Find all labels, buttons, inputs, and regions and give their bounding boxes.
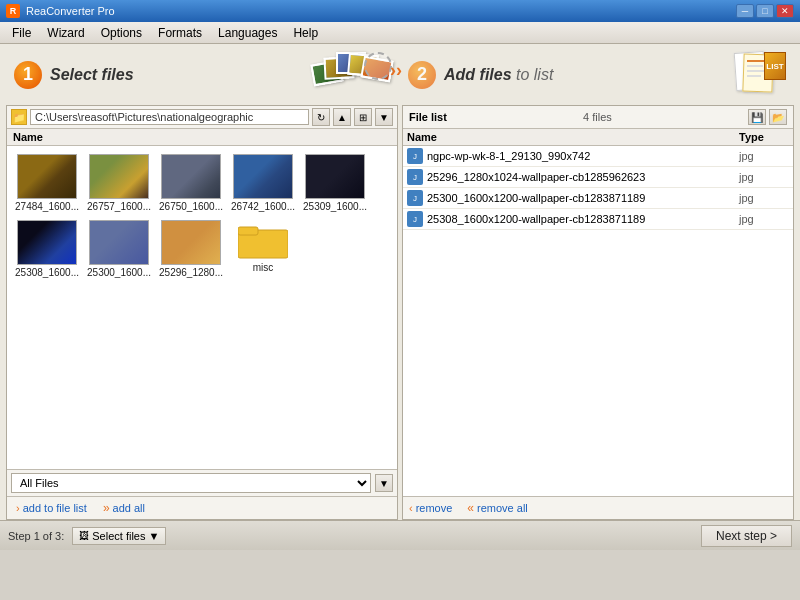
add-to-file-list-button[interactable]: › add to file list <box>13 501 90 515</box>
step2-title: Add files to list <box>444 66 553 84</box>
table-row[interactable]: J ngpc-wp-wk-8-1_29130_990x742 jpg <box>403 146 793 167</box>
right-panel-icons: 💾 📂 <box>748 109 787 125</box>
save-list-button[interactable]: 💾 <box>748 109 766 125</box>
add-chevron-icon: › <box>16 502 20 514</box>
name-col-header: Name <box>407 131 739 143</box>
file-row-type: jpg <box>739 192 789 204</box>
file-type-icon: J <box>407 211 423 227</box>
list-item[interactable]: 25309_1600... <box>301 152 369 214</box>
step-dropdown[interactable]: 🖼 Select files ▼ <box>72 527 166 545</box>
folder-svg-icon <box>238 220 288 260</box>
file-row-type: jpg <box>739 150 789 162</box>
folder-icon: 📁 <box>11 109 27 125</box>
list-item[interactable]: 26757_1600... <box>85 152 153 214</box>
step1-title: Select files <box>50 66 134 84</box>
menu-file[interactable]: File <box>4 24 39 42</box>
next-step-button[interactable]: Next step > <box>701 525 792 547</box>
step2-number: 2 <box>408 61 436 89</box>
remove-chevron-icon: ‹ <box>409 502 413 514</box>
address-bar: 📁 ↻ ▲ ⊞ ▼ <box>7 106 397 129</box>
file-thumbnail <box>17 220 77 265</box>
file-list-label: File list <box>409 111 447 123</box>
svg-rect-1 <box>238 227 258 235</box>
refresh-button[interactable]: ↻ <box>312 108 330 126</box>
step2-icon-area: LIST <box>561 52 786 97</box>
minimize-button[interactable]: ─ <box>736 4 754 18</box>
list-stack: LIST <box>731 52 786 97</box>
menu-formats[interactable]: Formats <box>150 24 210 42</box>
left-panel-buttons: › add to file list » add all <box>7 496 397 519</box>
file-row-type: jpg <box>739 213 789 225</box>
up-folder-button[interactable]: ▲ <box>333 108 351 126</box>
filter-bar: All Files JPEG (*.jpg) PNG (*.png) BMP (… <box>7 469 397 496</box>
load-list-button[interactable]: 📂 <box>769 109 787 125</box>
file-grid: 27484_1600... 26757_1600... 26750_1600..… <box>7 146 397 469</box>
list-item[interactable]: 26750_1600... <box>157 152 225 214</box>
remove-label: remove <box>416 502 453 514</box>
status-bar: Step 1 of 3: 🖼 Select files ▼ Next step … <box>0 520 800 550</box>
type-col-header: Type <box>739 131 789 143</box>
remove-all-chevron-icon: « <box>467 501 474 515</box>
close-button[interactable]: ✕ <box>776 4 794 18</box>
file-thumbnail <box>89 154 149 199</box>
file-name: 26757_1600... <box>87 201 151 212</box>
title-bar: R ReaConverter Pro ─ □ ✕ <box>0 0 800 22</box>
file-row-name: 25300_1600x1200-wallpaper-cb1283871189 <box>427 192 739 204</box>
view-button[interactable]: ⊞ <box>354 108 372 126</box>
file-list-table: J ngpc-wp-wk-8-1_29130_990x742 jpg J 252… <box>403 146 793 496</box>
table-row[interactable]: J 25308_1600x1200-wallpaper-cb1283871189… <box>403 209 793 230</box>
file-thumbnail <box>161 154 221 199</box>
file-thumbnail <box>161 220 221 265</box>
file-row-name: 25308_1600x1200-wallpaper-cb1283871189 <box>427 213 739 225</box>
file-row-name: ngpc-wp-wk-8-1_29130_990x742 <box>427 150 739 162</box>
app-icon: R <box>6 4 20 18</box>
file-thumbnail <box>305 154 365 199</box>
app-title: ReaConverter Pro <box>26 5 730 17</box>
step-dropdown-label: Select files <box>92 530 145 542</box>
main-content: 1 Select files ›› 2 <box>0 44 800 520</box>
file-type-icon: J <box>407 190 423 206</box>
menu-wizard[interactable]: Wizard <box>39 24 92 42</box>
add-all-button[interactable]: » add all <box>100 500 148 516</box>
address-input[interactable] <box>30 109 309 125</box>
maximize-button[interactable]: □ <box>756 4 774 18</box>
table-row[interactable]: J 25300_1600x1200-wallpaper-cb1283871189… <box>403 188 793 209</box>
menu-help[interactable]: Help <box>285 24 326 42</box>
panels-area: 📁 ↻ ▲ ⊞ ▼ Name 27484_1600... 2 <box>0 105 800 520</box>
folder-item[interactable]: misc <box>229 218 297 280</box>
menu-bar: File Wizard Options Formats Languages He… <box>0 22 800 44</box>
filter-dropdown-button[interactable]: ▼ <box>375 474 393 492</box>
step1-title-bold: Select files <box>50 66 134 83</box>
dropdown-button[interactable]: ▼ <box>375 108 393 126</box>
menu-languages[interactable]: Languages <box>210 24 285 42</box>
photo-stack: ›› <box>312 52 392 97</box>
file-row-name: 25296_1280x1024-wallpaper-cb1285962623 <box>427 171 739 183</box>
step2-title-bold: Add files <box>444 66 512 83</box>
step1-number: 1 <box>14 61 42 89</box>
list-item[interactable]: 25296_1280... <box>157 218 225 280</box>
left-panel: 📁 ↻ ▲ ⊞ ▼ Name 27484_1600... 2 <box>6 105 398 520</box>
add-to-file-list-label: add to file list <box>23 502 87 514</box>
file-row-type: jpg <box>739 171 789 183</box>
list-item[interactable]: 25308_1600... <box>13 218 81 280</box>
step-dropdown-arrow: ▼ <box>148 530 159 542</box>
list-item[interactable]: 27484_1600... <box>13 152 81 214</box>
add-all-chevron-icon: » <box>103 501 110 515</box>
file-name: 26742_1600... <box>231 201 295 212</box>
remove-button[interactable]: ‹ remove <box>409 502 452 514</box>
remove-all-button[interactable]: « remove all <box>467 501 527 515</box>
file-name: 25296_1280... <box>159 267 223 278</box>
table-row[interactable]: J 25296_1280x1024-wallpaper-cb1285962623… <box>403 167 793 188</box>
step2-title-rest: to list <box>516 66 553 83</box>
menu-options[interactable]: Options <box>93 24 150 42</box>
file-name: 27484_1600... <box>15 201 79 212</box>
step-headers: 1 Select files ›› 2 <box>0 44 800 105</box>
list-item[interactable]: 25300_1600... <box>85 218 153 280</box>
file-list-col-headers: Name Type <box>403 129 793 146</box>
step-indicator: Step 1 of 3: <box>8 530 64 542</box>
left-col-header: Name <box>7 129 397 146</box>
filter-dropdown[interactable]: All Files JPEG (*.jpg) PNG (*.png) BMP (… <box>11 473 371 493</box>
file-thumbnail <box>17 154 77 199</box>
file-thumbnail <box>89 220 149 265</box>
list-item[interactable]: 26742_1600... <box>229 152 297 214</box>
